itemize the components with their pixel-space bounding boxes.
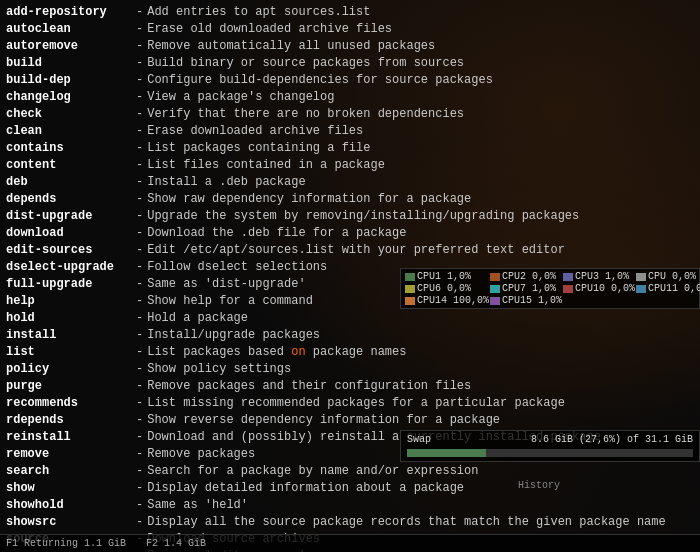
command-sep: - [136, 480, 143, 497]
command-name: build-dep [6, 72, 136, 89]
cpu-item: CPU7 1,0% [490, 283, 562, 294]
command-name: install [6, 327, 136, 344]
command-sep: - [136, 310, 143, 327]
cpu-color [490, 297, 500, 305]
command-desc: Erase downloaded archive files [147, 123, 363, 140]
command-sep: - [136, 327, 143, 344]
cpu-overlay: CPU1 1,0%CPU2 0,0%CPU3 1,0%CPU 0,0%CPU6 … [400, 268, 700, 309]
command-sep: - [136, 89, 143, 106]
list-item: deb- Install a .deb package [6, 174, 694, 191]
command-name: check [6, 106, 136, 123]
command-sep: - [136, 38, 143, 55]
command-sep: - [136, 361, 143, 378]
command-desc: Configure build-dependencies for source … [147, 72, 493, 89]
command-sep: - [136, 446, 143, 463]
command-desc: Verify that there are no broken dependen… [147, 106, 464, 123]
command-name: changelog [6, 89, 136, 106]
list-item: list- List packages based on package nam… [6, 344, 694, 361]
command-sep: - [136, 4, 143, 21]
cpu-item: CPU2 0,0% [490, 271, 562, 282]
cpu-label: CPU11 0,0% [648, 283, 700, 294]
history-label: History [518, 480, 560, 491]
command-sep: - [136, 225, 143, 242]
cpu-item: CPU3 1,0% [563, 271, 635, 282]
cpu-label: CPU6 0,0% [417, 283, 471, 294]
cpu-item: CPU14 100,0% [405, 295, 489, 306]
command-desc: Show help for a command [147, 293, 313, 310]
list-item: showsrc- Display all the source package … [6, 514, 694, 531]
command-name: show [6, 480, 136, 497]
command-desc: Download the .deb file for a package [147, 225, 406, 242]
cpu-item: CPU1 1,0% [405, 271, 489, 282]
bottom-right: F2 1.4 GiB [146, 538, 206, 549]
swap-bar-container [407, 449, 693, 457]
command-name: remove [6, 446, 136, 463]
command-sep: - [136, 412, 143, 429]
swap-used: 8.6 GiB (27,6%) of 31.1 GiB [531, 433, 693, 447]
command-sep: - [136, 276, 143, 293]
list-item: recommends- List missing recommended pac… [6, 395, 694, 412]
command-sep: - [136, 106, 143, 123]
command-sep: - [136, 293, 143, 310]
swap-label: Swap [407, 433, 431, 447]
cpu-color [636, 285, 646, 293]
list-item: download- Download the .deb file for a p… [6, 225, 694, 242]
command-name: reinstall [6, 429, 136, 446]
command-name: search [6, 463, 136, 480]
command-desc: Hold a package [147, 310, 248, 327]
swap-overlay: Swap 8.6 GiB (27,6%) of 31.1 GiB [400, 430, 700, 462]
cpu-label: CPU10 0,0% [575, 283, 635, 294]
swap-row: Swap 8.6 GiB (27,6%) of 31.1 GiB [407, 433, 693, 447]
cpu-color [490, 273, 500, 281]
command-name: content [6, 157, 136, 174]
command-desc: Build binary or source packages from sou… [147, 55, 464, 72]
command-desc: Display detailed information about a pac… [147, 480, 464, 497]
command-name: showsrc [6, 514, 136, 531]
command-desc: Remove packages and their configuration … [147, 378, 471, 395]
command-name: autoremove [6, 38, 136, 55]
command-desc: Add entries to apt sources.list [147, 4, 370, 21]
list-item: check- Verify that there are no broken d… [6, 106, 694, 123]
cpu-color [563, 285, 573, 293]
list-item: rdepends- Show reverse dependency inform… [6, 412, 694, 429]
list-item: edit-sources- Edit /etc/apt/sources.list… [6, 242, 694, 259]
command-sep: - [136, 378, 143, 395]
command-desc: Upgrade the system by removing/installin… [147, 208, 579, 225]
cpu-item: CPU10 0,0% [563, 283, 635, 294]
command-desc: Edit /etc/apt/sources.list with your pre… [147, 242, 565, 259]
command-sep: - [136, 208, 143, 225]
list-item: search- Search for a package by name and… [6, 463, 694, 480]
cpu-label: CPU14 100,0% [417, 295, 489, 306]
list-item: add-repository- Add entries to apt sourc… [6, 4, 694, 21]
list-item: showhold- Same as 'held' [6, 497, 694, 514]
command-sep: - [136, 21, 143, 38]
command-name: showhold [6, 497, 136, 514]
list-item: content- List files contained in a packa… [6, 157, 694, 174]
command-name: dist-upgrade [6, 208, 136, 225]
cpu-item: CPU6 0,0% [405, 283, 489, 294]
command-sep: - [136, 344, 143, 361]
command-desc: List files contained in a package [147, 157, 385, 174]
cpu-color [405, 285, 415, 293]
command-name: add-repository [6, 4, 136, 21]
command-desc: Show reverse dependency information for … [147, 412, 500, 429]
cpu-label: CPU15 1,0% [502, 295, 562, 306]
command-sep: - [136, 174, 143, 191]
cpu-item: CPU15 1,0% [490, 295, 562, 306]
cpu-color [405, 297, 415, 305]
cpu-label: CPU1 1,0% [417, 271, 471, 282]
command-desc: View a package's changelog [147, 89, 334, 106]
command-name: dselect-upgrade [6, 259, 136, 276]
command-desc: Erase old downloaded archive files [147, 21, 392, 38]
command-name: rdepends [6, 412, 136, 429]
command-name: download [6, 225, 136, 242]
list-item: build-dep- Configure build-dependencies … [6, 72, 694, 89]
command-desc: Remove packages [147, 446, 255, 463]
command-sep: - [136, 123, 143, 140]
command-desc: List packages containing a file [147, 140, 370, 157]
list-item: changelog- View a package's changelog [6, 89, 694, 106]
command-name: depends [6, 191, 136, 208]
list-item: install- Install/upgrade packages [6, 327, 694, 344]
cpu-item: CPU 0,0% [636, 271, 700, 282]
list-item: dist-upgrade- Upgrade the system by remo… [6, 208, 694, 225]
